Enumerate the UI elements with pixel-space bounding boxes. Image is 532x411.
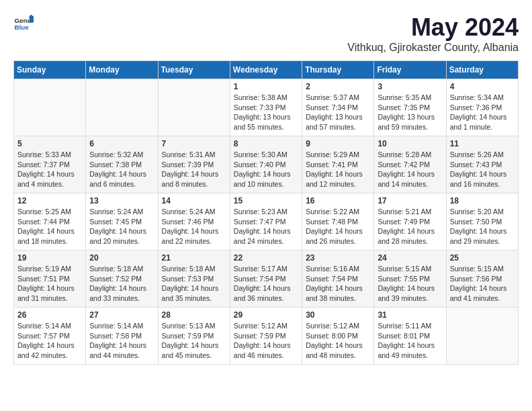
sunset: Sunset: 7:49 PM bbox=[378, 218, 430, 226]
day-number: 5 bbox=[17, 139, 82, 148]
cell-content: Sunrise: 5:20 AM Sunset: 7:50 PM Dayligh… bbox=[450, 207, 515, 246]
sunset: Sunset: 7:57 PM bbox=[17, 332, 70, 340]
cell-content: Sunrise: 5:13 AM Sunset: 7:59 PM Dayligh… bbox=[162, 321, 226, 361]
daylight: Daylight: 14 hours and 1 minute. bbox=[450, 113, 507, 131]
day-number: 22 bbox=[234, 253, 298, 263]
cell-content: Sunrise: 5:30 AM Sunset: 7:40 PM Dayligh… bbox=[234, 150, 298, 189]
sunset: Sunset: 7:36 PM bbox=[450, 103, 502, 111]
daylight: Daylight: 14 hours and 38 minutes. bbox=[306, 284, 363, 302]
cell-content: Sunrise: 5:12 AM Sunset: 8:00 PM Dayligh… bbox=[306, 321, 370, 361]
daylight: Daylight: 13 hours and 59 minutes. bbox=[378, 113, 435, 131]
sunrise: Sunrise: 5:18 AM bbox=[89, 265, 143, 273]
cell-content: Sunrise: 5:16 AM Sunset: 7:54 PM Dayligh… bbox=[306, 264, 370, 304]
sunset: Sunset: 7:35 PM bbox=[378, 103, 430, 111]
daylight: Daylight: 13 hours and 55 minutes. bbox=[234, 113, 291, 131]
sunrise: Sunrise: 5:21 AM bbox=[378, 208, 431, 216]
daylight: Daylight: 14 hours and 29 minutes. bbox=[450, 227, 507, 245]
sunrise: Sunrise: 5:12 AM bbox=[234, 322, 287, 330]
cell-content: Sunrise: 5:25 AM Sunset: 7:44 PM Dayligh… bbox=[17, 207, 82, 246]
sunrise: Sunrise: 5:25 AM bbox=[17, 208, 71, 216]
daylight: Daylight: 14 hours and 26 minutes. bbox=[306, 227, 363, 245]
sunrise: Sunrise: 5:13 AM bbox=[162, 322, 216, 330]
calendar-cell: 31 Sunrise: 5:11 AM Sunset: 8:01 PM Dayl… bbox=[374, 308, 446, 365]
cell-content: Sunrise: 5:26 AM Sunset: 7:43 PM Dayligh… bbox=[450, 150, 515, 189]
week-row-1: 1 Sunrise: 5:38 AM Sunset: 7:33 PM Dayli… bbox=[14, 79, 519, 136]
day-header-thursday: Thursday bbox=[302, 61, 374, 79]
calendar-cell: 23 Sunrise: 5:16 AM Sunset: 7:54 PM Dayl… bbox=[302, 250, 374, 308]
sunrise: Sunrise: 5:38 AM bbox=[234, 93, 287, 101]
cell-content: Sunrise: 5:23 AM Sunset: 7:47 PM Dayligh… bbox=[234, 207, 298, 246]
sunrise: Sunrise: 5:12 AM bbox=[306, 322, 359, 330]
calendar-cell: 24 Sunrise: 5:15 AM Sunset: 7:55 PM Dayl… bbox=[374, 250, 446, 308]
sunset: Sunset: 7:34 PM bbox=[306, 103, 358, 111]
sunrise: Sunrise: 5:32 AM bbox=[89, 150, 143, 158]
sunrise: Sunrise: 5:11 AM bbox=[378, 322, 431, 330]
cell-content: Sunrise: 5:35 AM Sunset: 7:35 PM Dayligh… bbox=[378, 93, 442, 132]
days-header-row: SundayMondayTuesdayWednesdayThursdayFrid… bbox=[14, 61, 519, 79]
day-number: 27 bbox=[89, 310, 154, 320]
day-number: 18 bbox=[450, 196, 515, 205]
day-number: 8 bbox=[234, 139, 298, 148]
sunset: Sunset: 7:46 PM bbox=[162, 218, 214, 226]
calendar-cell bbox=[158, 79, 230, 136]
daylight: Daylight: 14 hours and 14 minutes. bbox=[378, 170, 435, 188]
sunset: Sunset: 7:41 PM bbox=[306, 161, 358, 169]
calendar-cell: 16 Sunrise: 5:22 AM Sunset: 7:48 PM Dayl… bbox=[302, 193, 374, 250]
calendar-cell: 13 Sunrise: 5:24 AM Sunset: 7:45 PM Dayl… bbox=[86, 193, 158, 250]
day-number: 24 bbox=[378, 253, 442, 263]
calendar-cell: 25 Sunrise: 5:15 AM Sunset: 7:56 PM Dayl… bbox=[446, 250, 518, 308]
sunset: Sunset: 7:44 PM bbox=[17, 218, 70, 226]
sunrise: Sunrise: 5:31 AM bbox=[162, 150, 216, 158]
cell-content: Sunrise: 5:37 AM Sunset: 7:34 PM Dayligh… bbox=[306, 93, 370, 132]
daylight: Daylight: 13 hours and 57 minutes. bbox=[306, 113, 363, 131]
cell-content: Sunrise: 5:31 AM Sunset: 7:39 PM Dayligh… bbox=[162, 150, 226, 189]
sunrise: Sunrise: 5:30 AM bbox=[234, 150, 287, 158]
svg-text:Blue: Blue bbox=[15, 24, 30, 31]
day-header-saturday: Saturday bbox=[446, 61, 518, 79]
calendar-cell bbox=[14, 79, 86, 136]
daylight: Daylight: 14 hours and 24 minutes. bbox=[234, 227, 291, 245]
sunset: Sunset: 7:58 PM bbox=[89, 332, 142, 340]
calendar-cell: 20 Sunrise: 5:18 AM Sunset: 7:52 PM Dayl… bbox=[86, 250, 158, 308]
calendar-cell: 17 Sunrise: 5:21 AM Sunset: 7:49 PM Dayl… bbox=[374, 193, 446, 250]
cell-content: Sunrise: 5:24 AM Sunset: 7:45 PM Dayligh… bbox=[89, 207, 154, 246]
sunset: Sunset: 7:55 PM bbox=[378, 275, 430, 283]
logo: General Blue bbox=[13, 13, 34, 34]
cell-content: Sunrise: 5:21 AM Sunset: 7:49 PM Dayligh… bbox=[378, 207, 442, 246]
calendar-cell: 27 Sunrise: 5:14 AM Sunset: 7:58 PM Dayl… bbox=[86, 308, 158, 365]
month-year: May 2024 bbox=[347, 13, 519, 42]
sunrise: Sunrise: 5:15 AM bbox=[450, 265, 504, 273]
calendar-cell: 28 Sunrise: 5:13 AM Sunset: 7:59 PM Dayl… bbox=[158, 308, 230, 365]
sunrise: Sunrise: 5:24 AM bbox=[89, 208, 143, 216]
sunrise: Sunrise: 5:20 AM bbox=[450, 208, 504, 216]
daylight: Daylight: 14 hours and 45 minutes. bbox=[162, 341, 219, 359]
daylight: Daylight: 14 hours and 31 minutes. bbox=[17, 284, 75, 302]
day-number: 13 bbox=[89, 196, 154, 205]
sunset: Sunset: 7:51 PM bbox=[17, 275, 70, 283]
calendar-cell: 9 Sunrise: 5:29 AM Sunset: 7:41 PM Dayli… bbox=[302, 136, 374, 193]
daylight: Daylight: 14 hours and 49 minutes. bbox=[378, 341, 435, 359]
daylight: Daylight: 14 hours and 35 minutes. bbox=[162, 284, 219, 302]
sunrise: Sunrise: 5:17 AM bbox=[234, 265, 287, 273]
daylight: Daylight: 14 hours and 36 minutes. bbox=[234, 284, 291, 302]
day-number: 31 bbox=[378, 310, 442, 320]
sunrise: Sunrise: 5:18 AM bbox=[162, 265, 216, 273]
day-number: 28 bbox=[162, 310, 226, 320]
daylight: Daylight: 14 hours and 41 minutes. bbox=[450, 284, 507, 302]
sunset: Sunset: 8:01 PM bbox=[378, 332, 430, 340]
daylight: Daylight: 14 hours and 12 minutes. bbox=[306, 170, 363, 188]
cell-content: Sunrise: 5:18 AM Sunset: 7:52 PM Dayligh… bbox=[89, 264, 154, 304]
calendar-table: SundayMondayTuesdayWednesdayThursdayFrid… bbox=[13, 60, 519, 365]
sunset: Sunset: 7:42 PM bbox=[378, 161, 430, 169]
day-number: 1 bbox=[234, 82, 298, 91]
sunset: Sunset: 7:52 PM bbox=[89, 275, 142, 283]
logo-icon: General Blue bbox=[13, 13, 34, 34]
sunset: Sunset: 7:48 PM bbox=[306, 218, 358, 226]
sunrise: Sunrise: 5:19 AM bbox=[17, 265, 71, 273]
cell-content: Sunrise: 5:24 AM Sunset: 7:46 PM Dayligh… bbox=[162, 207, 226, 246]
cell-content: Sunrise: 5:18 AM Sunset: 7:53 PM Dayligh… bbox=[162, 264, 226, 304]
day-number: 16 bbox=[306, 196, 370, 205]
sunrise: Sunrise: 5:15 AM bbox=[378, 265, 431, 273]
day-number: 29 bbox=[234, 310, 298, 320]
cell-content: Sunrise: 5:17 AM Sunset: 7:54 PM Dayligh… bbox=[234, 264, 298, 304]
